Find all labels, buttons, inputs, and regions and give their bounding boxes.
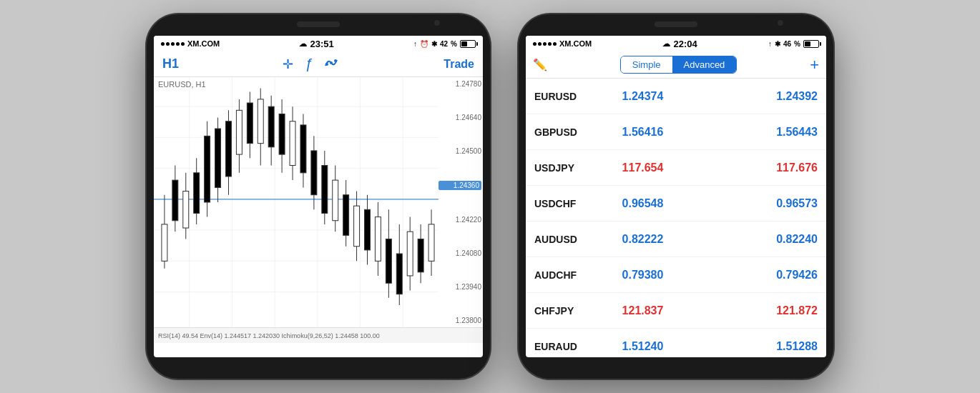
phone-bottom-left xyxy=(147,357,490,372)
svg-rect-26 xyxy=(205,136,210,202)
battery-fill-left xyxy=(461,41,467,46)
ask-gbpusd: 1.56443 xyxy=(701,126,818,139)
camera-right xyxy=(778,20,783,26)
ask-usdchf: 0.96573 xyxy=(701,197,818,210)
list-item[interactable]: CHFJPY 121.837 121.872 xyxy=(526,293,826,329)
indicator-svg xyxy=(324,56,340,69)
bid-chfjpy: 121.837 xyxy=(584,304,701,317)
list-item[interactable]: AUDUSD 0.82222 0.82240 xyxy=(526,222,826,257)
svg-rect-46 xyxy=(311,151,317,195)
battery-right xyxy=(803,40,819,48)
status-bar-right: XM.COM ☁ 22:04 ↑ ✱ 46% xyxy=(526,36,826,51)
dot3 xyxy=(171,42,175,46)
chart-toolbar-icons: ✛ ƒ xyxy=(283,56,340,72)
status-left: XM.COM xyxy=(161,39,220,48)
svg-rect-44 xyxy=(300,125,306,173)
bluetooth-icon: ✱ xyxy=(431,40,437,48)
price-2: 1.24640 xyxy=(438,114,481,121)
svg-rect-42 xyxy=(290,121,295,166)
status-center-left: ☁ 23:51 xyxy=(299,39,333,49)
add-watchlist-button[interactable]: + xyxy=(810,56,819,74)
svg-point-2 xyxy=(334,59,337,62)
dot4 xyxy=(176,42,180,46)
svg-rect-38 xyxy=(268,106,274,147)
battery-pct-left: 42 xyxy=(440,40,448,48)
list-item[interactable]: EURAUD 1.51240 1.51288 xyxy=(526,329,826,357)
bid-audchf: 0.79380 xyxy=(584,269,701,282)
list-item[interactable]: USDCHF 0.96548 0.96573 xyxy=(526,186,826,222)
price-6: 1.24080 xyxy=(438,249,481,257)
function-icon[interactable]: ƒ xyxy=(305,56,313,72)
status-center-right: ☁ 22:04 xyxy=(662,39,697,49)
list-item[interactable]: AUDCHF 0.79380 0.79426 xyxy=(526,257,826,293)
advanced-tab[interactable]: Advanced xyxy=(672,56,737,73)
simple-tab[interactable]: Simple xyxy=(621,56,672,73)
rdot1 xyxy=(533,42,536,46)
svg-rect-50 xyxy=(333,180,338,221)
ask-chfjpy: 121.872 xyxy=(701,304,818,317)
crosshair-icon[interactable]: ✛ xyxy=(283,56,293,72)
symbol-chfjpy: CHFJPY xyxy=(534,305,584,317)
list-item[interactable]: USDJPY 117.654 117.676 xyxy=(526,150,826,186)
bid-gbpusd: 1.56416 xyxy=(584,126,701,139)
price-3: 1.24500 xyxy=(438,147,481,155)
list-item[interactable]: GBPUSD 1.56416 1.56443 xyxy=(526,114,826,150)
status-left-right: XM.COM xyxy=(533,39,592,48)
chart-indicator-bar: RSI(14) 49.54 Env(14) 1.244517 1.242030 … xyxy=(154,327,483,343)
svg-rect-56 xyxy=(365,209,371,250)
rdot4 xyxy=(548,42,552,46)
symbol-eurusd: EURUSD xyxy=(534,91,584,102)
signal-dots-right xyxy=(533,42,557,46)
chart-area: EURUSD, H1 xyxy=(154,77,483,327)
edit-icon[interactable]: ✏️ xyxy=(533,58,547,71)
svg-rect-68 xyxy=(428,224,434,261)
svg-rect-28 xyxy=(215,129,221,187)
svg-rect-58 xyxy=(375,217,381,262)
alarm-icon: ⏰ xyxy=(420,40,428,48)
dot1 xyxy=(161,42,165,46)
svg-rect-30 xyxy=(225,121,231,176)
gps-icon-right: ↑ xyxy=(768,40,772,48)
symbol-usdjpy: USDJPY xyxy=(534,162,584,174)
bid-usdchf: 0.96548 xyxy=(584,197,701,210)
bid-euraud: 1.51240 xyxy=(584,340,701,353)
symbol-gbpusd: GBPUSD xyxy=(534,126,584,138)
svg-point-0 xyxy=(325,63,328,66)
rdot3 xyxy=(543,42,547,46)
list-item[interactable]: EURUSD 1.24374 1.24392 xyxy=(526,79,826,114)
phone-bottom-right xyxy=(519,357,833,372)
segment-control: Simple Advanced xyxy=(620,56,738,74)
svg-rect-60 xyxy=(386,239,391,283)
bid-audusd: 0.82222 xyxy=(584,233,701,246)
watchlist-toolbar: ✏️ Simple Advanced + xyxy=(526,51,826,79)
price-7: 1.23940 xyxy=(438,283,481,291)
watchlist-screen: XM.COM ☁ 22:04 ↑ ✱ 46% ✏️ Simple Advance… xyxy=(526,36,826,357)
indicator-icon[interactable] xyxy=(324,56,340,72)
candlestick-chart xyxy=(154,77,438,327)
phone-watchlist: XM.COM ☁ 22:04 ↑ ✱ 46% ✏️ Simple Advance… xyxy=(519,14,833,379)
symbol-usdchf: USDCHF xyxy=(534,198,584,209)
time-left: 23:51 xyxy=(310,39,333,49)
current-price: 1.24360 xyxy=(438,181,481,190)
gps-icon: ↑ xyxy=(413,40,417,48)
price-scale: 1.24780 1.24640 1.24500 1.24360 1.24220 … xyxy=(438,77,481,327)
timeframe-label[interactable]: H1 xyxy=(162,56,179,71)
trade-button[interactable]: Trade xyxy=(444,58,474,71)
carrier-left: XM.COM xyxy=(187,39,220,48)
svg-rect-52 xyxy=(343,195,349,236)
status-right-right: ↑ ✱ 46% xyxy=(768,40,819,48)
rdot2 xyxy=(538,42,542,46)
camera-left xyxy=(434,20,440,26)
speaker-left xyxy=(297,21,340,27)
symbol-audchf: AUDCHF xyxy=(534,269,584,281)
watchlist-table: EURUSD 1.24374 1.24392 GBPUSD 1.56416 1.… xyxy=(526,79,826,357)
wifi-icon-right: ☁ xyxy=(662,39,670,49)
svg-rect-20 xyxy=(172,180,178,221)
battery-left xyxy=(460,40,476,48)
chart-screen: XM.COM ☁ 23:51 ↑ ⏰ ✱ 42% H1 ✛ ƒ xyxy=(154,36,483,357)
symbol-euraud: EURAUD xyxy=(534,341,584,352)
carrier-right: XM.COM xyxy=(559,39,592,48)
svg-rect-64 xyxy=(407,232,413,276)
time-right: 22:04 xyxy=(673,39,697,49)
battery-pct-right: 46 xyxy=(783,40,791,48)
